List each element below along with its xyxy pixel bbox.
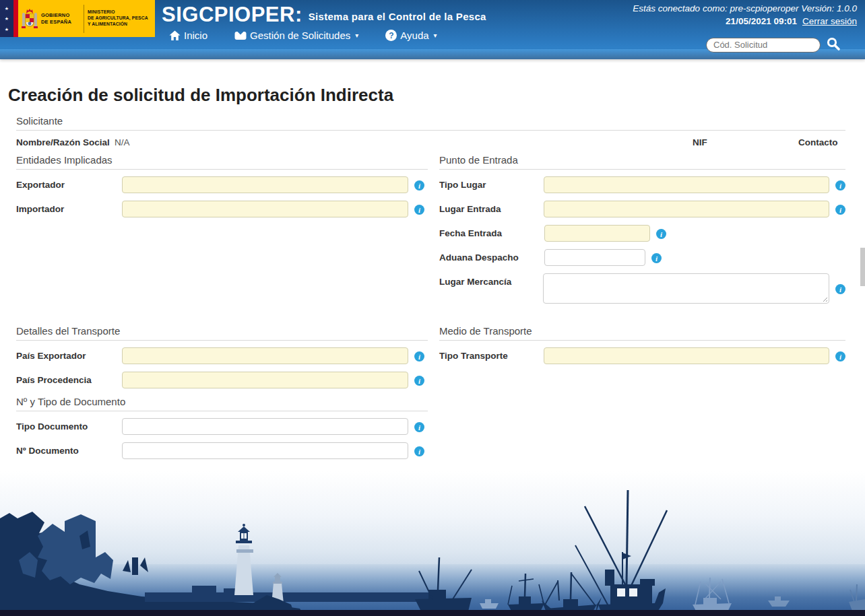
section-medio-transporte: Medio de Transporte bbox=[439, 325, 845, 341]
num-documento-label: Nº Documento bbox=[16, 442, 122, 456]
section-entidades-implicadas: Entidades Implicadas bbox=[16, 154, 428, 170]
nav-item-gestion-solicitudes[interactable]: Gestión de Solicitudes ▾ bbox=[234, 30, 358, 41]
main-nav: Inicio Gestión de Solicitudes ▾ ? Ayuda … bbox=[169, 30, 437, 41]
field-pais-procedencia: País Procedencia i bbox=[16, 372, 428, 388]
tipo-transporte-label: Tipo Transporte bbox=[439, 347, 544, 361]
info-icon[interactable]: i bbox=[414, 446, 424, 456]
search-input[interactable] bbox=[706, 38, 821, 53]
harbor-silhouette-illustration bbox=[0, 471, 865, 616]
logo-divider bbox=[84, 5, 84, 33]
main-content: Creación de solicitud de Importación Ind… bbox=[0, 59, 865, 467]
num-documento-input[interactable] bbox=[122, 442, 408, 459]
field-lugar-mercancia: Lugar Mercancía i bbox=[439, 273, 845, 304]
field-tipo-documento: Tipo Documento i bbox=[16, 418, 428, 435]
lugar-mercancia-textarea[interactable] bbox=[543, 273, 829, 304]
exportador-label: Exportador bbox=[16, 176, 122, 190]
field-exportador: Exportador i bbox=[16, 176, 428, 193]
info-icon[interactable]: i bbox=[656, 229, 666, 239]
nav-item-inicio[interactable]: Inicio bbox=[169, 30, 207, 41]
nombre-razon-social-label: Nombre/Razón Social bbox=[16, 137, 115, 147]
chevron-down-icon: ▾ bbox=[434, 32, 437, 39]
session-info: Estás conectado como: pre-scpioperoper V… bbox=[633, 3, 857, 26]
logout-link[interactable]: Cerrar sesión bbox=[802, 16, 857, 26]
aduana-despacho-label: Aduana Despacho bbox=[439, 249, 544, 263]
solicitud-search bbox=[706, 36, 841, 53]
flag-stars: ★ ★ ★ bbox=[0, 0, 13, 37]
star-icon: ★ bbox=[5, 6, 9, 11]
lugar-mercancia-label: Lugar Mercancía bbox=[439, 273, 543, 287]
tipo-transporte-input[interactable] bbox=[544, 347, 829, 364]
fecha-entrada-label: Fecha Entrada bbox=[439, 225, 544, 238]
nav-label: Gestión de Solicitudes bbox=[250, 30, 350, 41]
inbox-icon bbox=[234, 31, 247, 40]
connected-as-text: Estás conectado como: pre-scpioperoper V… bbox=[633, 3, 857, 13]
importador-input[interactable] bbox=[122, 201, 408, 217]
star-icon: ★ bbox=[5, 16, 9, 21]
tipo-documento-label: Tipo Documento bbox=[16, 418, 122, 432]
section-punto-de-entrada: Punto de Entrada bbox=[439, 154, 845, 170]
field-tipo-lugar: Tipo Lugar i bbox=[439, 176, 845, 193]
tipo-lugar-input[interactable] bbox=[544, 176, 829, 193]
search-button[interactable] bbox=[826, 36, 841, 53]
contacto-label: Contacto bbox=[798, 137, 845, 147]
solicitante-row: Nombre/Razón Social N/A NIF Contacto bbox=[16, 137, 845, 147]
home-icon bbox=[169, 30, 181, 41]
exportador-input[interactable] bbox=[122, 176, 408, 193]
field-lugar-entrada: Lugar Entrada i bbox=[439, 201, 845, 217]
aduana-despacho-input[interactable] bbox=[544, 249, 645, 266]
nav-item-ayuda[interactable]: ? Ayuda ▾ bbox=[385, 30, 437, 41]
pais-procedencia-input[interactable] bbox=[122, 372, 408, 388]
field-pais-exportador: País Exportador i bbox=[16, 347, 428, 364]
lugar-entrada-label: Lugar Entrada bbox=[439, 201, 544, 214]
info-icon[interactable]: i bbox=[414, 351, 424, 362]
session-datetime: 21/05/2021 09:01 bbox=[726, 16, 797, 26]
fecha-entrada-input[interactable] bbox=[544, 225, 650, 242]
importador-label: Importador bbox=[16, 201, 122, 214]
info-icon[interactable]: i bbox=[651, 253, 662, 263]
nombre-razon-social-value: N/A bbox=[115, 137, 693, 147]
info-icon[interactable]: i bbox=[835, 351, 845, 362]
spacer bbox=[16, 311, 845, 325]
field-aduana-despacho: Aduana Despacho i bbox=[439, 249, 845, 266]
section-detalles-transporte: Detalles del Transporte bbox=[16, 325, 428, 341]
government-label: GOBIERNO DE ESPAÑA bbox=[41, 12, 80, 25]
pais-exportador-label: País Exportador bbox=[16, 347, 122, 361]
field-fecha-entrada: Fecha Entrada i bbox=[439, 225, 845, 242]
spain-coat-of-arms-icon bbox=[21, 6, 38, 32]
nif-label: NIF bbox=[693, 137, 798, 147]
app-brand: SIGCPIOPER: Sistema para el Control de l… bbox=[162, 3, 486, 27]
info-icon[interactable]: i bbox=[414, 422, 424, 432]
field-tipo-transporte: Tipo Transporte i bbox=[439, 347, 845, 364]
pais-exportador-input[interactable] bbox=[122, 347, 408, 364]
ministry-label: MINISTERIO DE AGRICULTURA, PESCA Y ALIME… bbox=[88, 9, 152, 27]
government-logo[interactable]: ★ ★ ★ GOBIERNO DE ESPAÑA MINISTERIO DE A… bbox=[0, 0, 155, 37]
nav-label: Inicio bbox=[184, 30, 207, 41]
tipo-lugar-label: Tipo Lugar bbox=[439, 176, 544, 190]
info-icon[interactable]: i bbox=[835, 205, 845, 215]
info-icon[interactable]: i bbox=[414, 205, 424, 215]
field-num-documento: Nº Documento i bbox=[16, 442, 428, 459]
info-icon[interactable]: i bbox=[414, 180, 424, 191]
star-icon: ★ bbox=[5, 27, 9, 32]
info-icon[interactable]: i bbox=[414, 376, 424, 386]
logo-background: GOBIERNO DE ESPAÑA MINISTERIO DE AGRICUL… bbox=[18, 0, 155, 37]
section-num-tipo-documento: Nº y Tipo de Documento bbox=[16, 396, 428, 411]
lugar-entrada-input[interactable] bbox=[544, 201, 829, 217]
field-importador: Importador i bbox=[16, 201, 428, 217]
app-subtitle: Sistema para el Control de la Pesca bbox=[309, 11, 486, 22]
info-icon[interactable]: i bbox=[835, 284, 845, 294]
chevron-down-icon: ▾ bbox=[355, 32, 358, 39]
vertical-scrollbar-thumb[interactable] bbox=[860, 248, 865, 286]
flag-red-stripe bbox=[13, 0, 18, 37]
page-title: Creación de solicitud de Importación Ind… bbox=[8, 85, 865, 106]
help-icon: ? bbox=[385, 30, 397, 41]
section-solicitante: Solicitante bbox=[16, 115, 845, 131]
pais-procedencia-label: País Procedencia bbox=[16, 372, 122, 385]
nav-label: Ayuda bbox=[400, 30, 428, 41]
info-icon[interactable]: i bbox=[835, 180, 845, 191]
search-icon bbox=[826, 36, 841, 51]
app-title: SIGCPIOPER: bbox=[162, 3, 302, 27]
tipo-documento-input[interactable] bbox=[122, 418, 408, 435]
